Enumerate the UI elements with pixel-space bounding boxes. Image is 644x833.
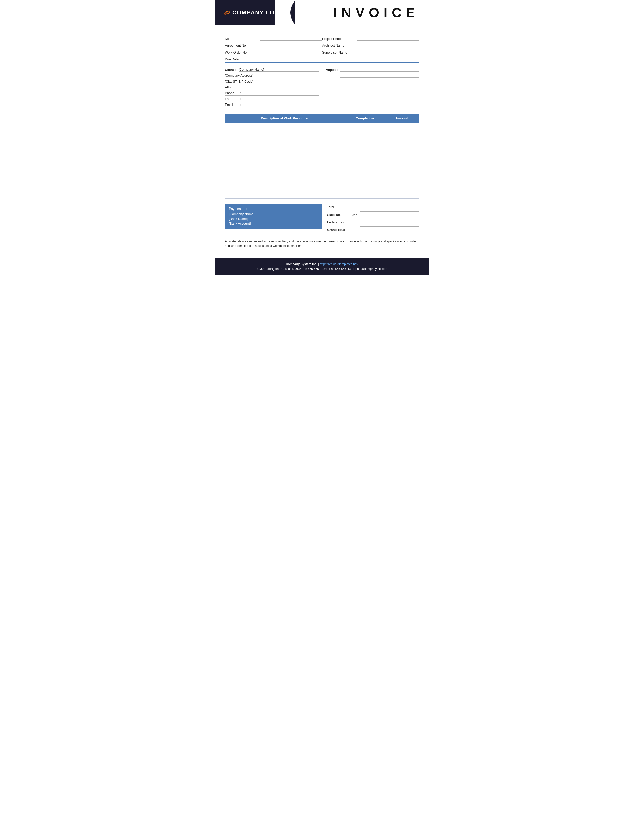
- project-period-label: Project Period: [322, 37, 352, 41]
- payment-company: [Company Name]: [229, 212, 318, 216]
- architect-name-value[interactable]: [357, 43, 419, 47]
- client-email-label: Email: [225, 103, 240, 106]
- supervisor-name-colon: :: [354, 50, 354, 54]
- state-tax-input[interactable]: [360, 211, 419, 218]
- field-row-2: Agreement No : Architect Name :: [225, 42, 419, 49]
- bottom-section: Payment to : [Company Name] [Bank Name] …: [225, 204, 419, 234]
- description-cell[interactable]: [225, 123, 346, 199]
- project-line-4[interactable]: [340, 92, 419, 96]
- client-address-row: [Company Address]: [225, 74, 319, 78]
- project-line-2[interactable]: [340, 80, 419, 84]
- work-table: Description of Work Performed Completion…: [225, 114, 419, 199]
- client-email-row: Email :: [225, 103, 319, 107]
- payment-bank: [Bank Name]: [229, 217, 318, 220]
- state-tax-label: State Tax: [327, 213, 352, 217]
- agreement-no-value[interactable]: [260, 43, 322, 47]
- grand-total-row: Grand Total: [327, 227, 419, 233]
- client-attn-row: Attn :: [225, 85, 319, 90]
- client-phone-label: Phone: [225, 91, 240, 95]
- footer-line-1: Company System Inc. | http://freewordtem…: [220, 262, 424, 267]
- field-due-date: Due Date :: [225, 57, 322, 61]
- client-label: Client: [225, 68, 234, 72]
- footer-bar: Company System Inc. | http://freewordtem…: [215, 258, 429, 275]
- payment-title: Payment to :: [229, 207, 318, 211]
- client-colon: :: [235, 68, 236, 72]
- federal-tax-row: Federal Tax: [327, 219, 419, 225]
- client-name-value[interactable]: [Company Name]: [239, 68, 319, 72]
- no-value[interactable]: [260, 37, 322, 41]
- client-project-section: Client : [Company Name] [Company Address…: [225, 68, 419, 109]
- logo-icon: [220, 9, 230, 16]
- project-period-colon: :: [354, 37, 354, 41]
- field-no: No :: [225, 37, 322, 41]
- no-label: No: [225, 37, 255, 41]
- state-tax-row: State Tax 3%: [327, 211, 419, 218]
- project-period-value[interactable]: [357, 37, 419, 41]
- agreement-no-label: Agreement No: [225, 43, 255, 47]
- client-fax-colon: :: [240, 97, 241, 101]
- invoice-title: INVOICE: [333, 5, 419, 20]
- logo-section: COMPANY LOGO: [215, 0, 295, 25]
- client-city-row: [City, ST, ZIP Code]: [225, 79, 319, 84]
- total-input[interactable]: [360, 204, 419, 210]
- work-order-no-label: Work Order No: [225, 50, 255, 54]
- footer-company-name: Company System Inc.: [286, 262, 317, 266]
- client-fax-row: Fax :: [225, 97, 319, 101]
- supervisor-name-value[interactable]: [357, 50, 419, 54]
- supervisor-name-label: Supervisor Name: [322, 50, 352, 54]
- project-label: Project: [325, 68, 336, 72]
- project-line-1[interactable]: [340, 74, 419, 78]
- client-header: Client : [Company Name]: [225, 68, 319, 72]
- work-order-no-colon: :: [256, 50, 258, 54]
- col-amount-header: Amount: [384, 114, 419, 123]
- architect-name-label: Architect Name: [322, 43, 352, 47]
- client-city-value: [City, ST, ZIP Code]: [225, 79, 319, 83]
- client-attn-label: Attn: [225, 85, 240, 89]
- footer-note: All materials are guaranteed to be as sp…: [225, 239, 419, 248]
- grand-total-label: Grand Total: [327, 228, 352, 232]
- federal-tax-input[interactable]: [360, 219, 419, 225]
- client-phone-row: Phone :: [225, 91, 319, 96]
- footer-line-2: 8030 Harrington Rd, Miami, USA | Ph 555-…: [220, 267, 424, 271]
- project-colon: :: [337, 68, 338, 72]
- footer-website-link[interactable]: http://freewordtemplates.net/: [320, 262, 358, 266]
- total-row: Total: [327, 204, 419, 210]
- total-label: Total: [327, 205, 352, 209]
- content-area: No : Project Period : Agreement No : Arc…: [215, 25, 429, 258]
- field-architect-name: Architect Name :: [322, 43, 419, 47]
- due-date-label: Due Date: [225, 57, 255, 61]
- due-date-value[interactable]: [260, 57, 322, 61]
- invoice-title-section: INVOICE: [295, 0, 429, 25]
- client-section: Client : [Company Name] [Company Address…: [225, 68, 319, 109]
- client-attn-colon: :: [240, 85, 241, 89]
- svg-point-1: [224, 11, 228, 15]
- totals-section: Total State Tax 3% Federal Tax Grand Tot…: [327, 204, 419, 234]
- client-phone-colon: :: [240, 91, 241, 95]
- agreement-no-colon: :: [256, 43, 258, 47]
- field-row-1: No : Project Period :: [225, 35, 419, 42]
- payment-box: Payment to : [Company Name] [Bank Name] …: [225, 204, 322, 230]
- due-date-colon: :: [256, 57, 258, 61]
- grand-total-input[interactable]: [360, 227, 419, 233]
- no-colon: :: [256, 37, 258, 41]
- field-row-4: Due Date :: [225, 56, 419, 63]
- client-fax-label: Fax: [225, 97, 240, 101]
- work-order-no-value[interactable]: [260, 50, 322, 54]
- page-header: COMPANY LOGO INVOICE: [215, 0, 429, 25]
- table-row: [225, 123, 419, 199]
- fields-section: No : Project Period : Agreement No : Arc…: [225, 35, 419, 63]
- state-tax-percent: 3%: [352, 213, 360, 217]
- field-supervisor-name: Supervisor Name :: [322, 50, 419, 54]
- field-row-3: Work Order No : Supervisor Name :: [225, 49, 419, 56]
- project-value[interactable]: [340, 68, 419, 72]
- field-agreement-no: Agreement No :: [225, 43, 322, 47]
- table-header-row: Description of Work Performed Completion…: [225, 114, 419, 123]
- completion-cell[interactable]: [345, 123, 384, 199]
- project-lines: [340, 74, 419, 96]
- architect-name-colon: :: [354, 43, 354, 47]
- logo-text: COMPANY LOGO: [220, 9, 284, 16]
- field-project-period: Project Period :: [322, 37, 419, 41]
- amount-cell[interactable]: [384, 123, 419, 199]
- project-line-3[interactable]: [340, 86, 419, 90]
- col-completion-header: Completion: [345, 114, 384, 123]
